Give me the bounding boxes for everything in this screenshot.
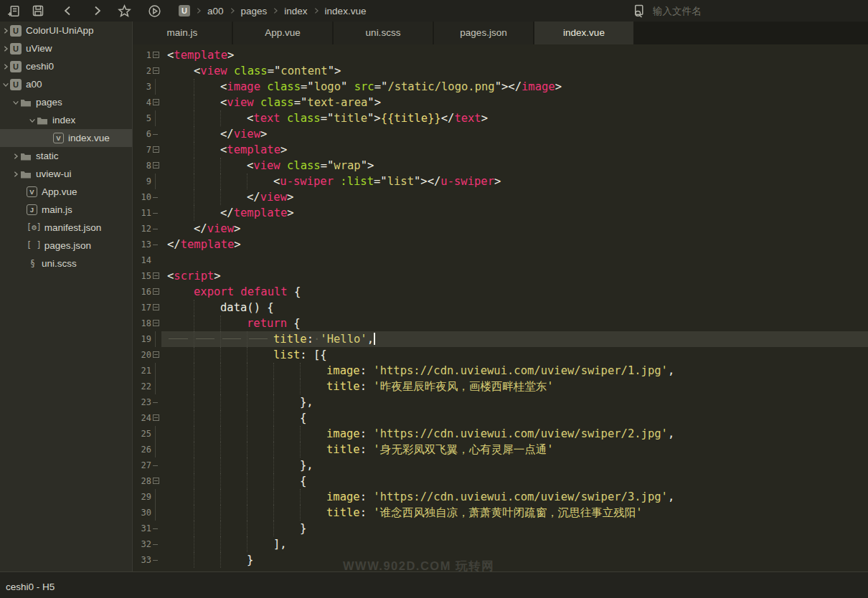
fold-collapse-icon[interactable]: [153, 414, 159, 421]
code-text[interactable]: </view>: [161, 221, 868, 237]
tab-pages-json[interactable]: pages.json: [434, 22, 534, 44]
breadcrumb-item-index-vue[interactable]: index.vue: [325, 6, 367, 16]
code-line-17[interactable]: 17data() {: [133, 300, 868, 315]
code-text[interactable]: image: 'https://cdn.uviewui.com/uview/sw…: [161, 489, 868, 505]
code-line-9[interactable]: 9<u-swiper :list="list"></u-swiper>: [133, 174, 868, 189]
code-editor[interactable]: 1<template>2<view class="content">3<imag…: [133, 44, 868, 571]
code-line-5[interactable]: 5<text class="title">{{title}}</text>: [133, 110, 868, 126]
code-text[interactable]: title: '昨夜星辰昨夜风，画楼西畔桂堂东': [161, 379, 868, 394]
tree-item-colorui-uniapp[interactable]: UColorUI-UniApp: [0, 22, 132, 39]
code-text[interactable]: <view class="text-area">: [161, 95, 868, 110]
tree-item-uview[interactable]: UuView: [0, 39, 132, 57]
code-line-23[interactable]: 23},: [133, 394, 868, 410]
tree-item-static[interactable]: static: [0, 147, 132, 165]
tab-main-js[interactable]: main.js: [133, 22, 233, 44]
code-line-21[interactable]: 21image: 'https://cdn.uviewui.com/uview/…: [133, 363, 868, 379]
code-text[interactable]: title:·'Hello',: [161, 331, 868, 347]
code-line-6[interactable]: 6</view>: [133, 126, 868, 142]
fold-collapse-icon[interactable]: [153, 320, 159, 326]
code-text[interactable]: image: 'https://cdn.uviewui.com/uview/sw…: [161, 363, 868, 379]
code-text[interactable]: ],: [161, 536, 868, 552]
code-text[interactable]: <u-swiper :list="list"></u-swiper>: [161, 174, 868, 189]
code-line-33[interactable]: 33}: [133, 552, 868, 568]
tree-item-ceshi0[interactable]: Uceshi0: [0, 57, 132, 75]
code-text[interactable]: image: 'https://cdn.uviewui.com/uview/sw…: [161, 426, 868, 442]
fold-collapse-icon[interactable]: [153, 478, 159, 484]
tree-item-uview-ui[interactable]: uview-ui: [0, 165, 132, 183]
code-text[interactable]: </template>: [161, 237, 868, 252]
code-line-29[interactable]: 29image: 'https://cdn.uviewui.com/uview/…: [133, 489, 868, 505]
tab-app-vue[interactable]: App.vue: [233, 22, 334, 44]
code-text[interactable]: title: '谁念西风独自凉，萧萧黄叶闭疏窗，沉思往事立残阳': [161, 505, 868, 521]
code-line-20[interactable]: 20list: [{: [133, 347, 868, 363]
fold-collapse-icon[interactable]: [153, 99, 159, 105]
code-text[interactable]: title: '身无彩凤双飞翼，心有灵犀一点通': [161, 442, 868, 457]
code-text[interactable]: },: [161, 457, 868, 473]
code-line-10[interactable]: 10</view>: [133, 189, 868, 205]
chevron-right-icon[interactable]: [11, 171, 20, 178]
run-icon[interactable]: [147, 4, 161, 18]
tree-item-uni-scss[interactable]: §uni.scss: [0, 255, 132, 272]
code-text[interactable]: {: [161, 410, 868, 426]
breadcrumb-item-pages[interactable]: pages: [241, 6, 268, 16]
fold-collapse-icon[interactable]: [153, 67, 159, 74]
code-text[interactable]: },: [161, 394, 868, 410]
code-text[interactable]: {: [161, 473, 868, 489]
chevron-down-icon[interactable]: [11, 99, 20, 106]
chevron-right-icon[interactable]: [1, 63, 10, 70]
code-text[interactable]: export default {: [161, 284, 868, 300]
code-line-31[interactable]: 31}: [133, 521, 868, 536]
code-line-7[interactable]: 7<template>: [133, 142, 868, 158]
code-line-18[interactable]: 18return {: [133, 315, 868, 331]
code-line-11[interactable]: 11</template>: [133, 205, 868, 221]
code-line-15[interactable]: 15<script>: [133, 268, 868, 284]
back-icon[interactable]: [61, 4, 75, 18]
code-text[interactable]: </view>: [161, 126, 868, 142]
save-icon[interactable]: [31, 4, 45, 18]
fold-collapse-icon[interactable]: [153, 304, 159, 310]
tree-item-a00[interactable]: Ua00: [0, 75, 132, 93]
code-text[interactable]: data() {: [161, 300, 868, 315]
code-text[interactable]: <view class="wrap">: [161, 158, 868, 174]
tree-item-pages-json[interactable]: [ ]pages.json: [0, 237, 132, 255]
tree-item-pages[interactable]: pages: [0, 93, 132, 111]
code-line-8[interactable]: 8<view class="wrap">: [133, 158, 868, 174]
file-search-input[interactable]: [653, 6, 811, 16]
chevron-down-icon[interactable]: [1, 81, 10, 88]
fold-collapse-icon[interactable]: [153, 52, 159, 58]
code-text[interactable]: }: [161, 552, 868, 568]
code-line-25[interactable]: 25image: 'https://cdn.uviewui.com/uview/…: [133, 426, 868, 442]
code-text[interactable]: <script>: [161, 268, 868, 284]
chevron-right-icon[interactable]: [1, 45, 10, 52]
code-line-19[interactable]: 19title:·'Hello',: [133, 331, 868, 347]
code-line-30[interactable]: 30title: '谁念西风独自凉，萧萧黄叶闭疏窗，沉思往事立残阳': [133, 505, 868, 521]
code-line-14[interactable]: 14: [133, 252, 868, 268]
tab-index-vue[interactable]: index.vue: [534, 22, 635, 44]
code-line-3[interactable]: 3<image class="logo" src="/static/logo.p…: [133, 79, 868, 95]
star-icon[interactable]: [117, 4, 131, 18]
code-line-26[interactable]: 26title: '身无彩凤双飞翼，心有灵犀一点通': [133, 442, 868, 457]
tree-item-manifest-json[interactable]: [⚙]manifest.json: [0, 219, 132, 237]
code-text[interactable]: list: [{: [161, 347, 868, 363]
chevron-right-icon[interactable]: [1, 27, 10, 34]
code-text[interactable]: return {: [161, 315, 868, 331]
code-text[interactable]: </template>: [161, 205, 868, 221]
code-text[interactable]: <template>: [161, 142, 868, 158]
chevron-right-icon[interactable]: [11, 153, 20, 160]
code-text[interactable]: }: [161, 521, 868, 536]
new-file-icon[interactable]: [6, 4, 21, 18]
code-line-22[interactable]: 22title: '昨夜星辰昨夜风，画楼西畔桂堂东': [133, 379, 868, 394]
fold-collapse-icon[interactable]: [153, 351, 159, 358]
code-line-27[interactable]: 27},: [133, 457, 868, 473]
code-text[interactable]: <text class="title">{{title}}</text>: [161, 110, 868, 126]
fold-collapse-icon[interactable]: [153, 162, 159, 169]
code-line-13[interactable]: 13</template>: [133, 237, 868, 252]
code-text[interactable]: <view class="content">: [161, 63, 868, 79]
forward-icon[interactable]: [90, 4, 104, 18]
code-text[interactable]: <template>: [161, 47, 868, 63]
code-text[interactable]: <image class="logo" src="/static/logo.pn…: [161, 79, 868, 95]
fold-collapse-icon[interactable]: [153, 146, 159, 153]
code-line-2[interactable]: 2<view class="content">: [133, 63, 868, 79]
code-line-1[interactable]: 1<template>: [133, 47, 868, 63]
tree-item-app-vue[interactable]: VApp.vue: [0, 183, 132, 201]
